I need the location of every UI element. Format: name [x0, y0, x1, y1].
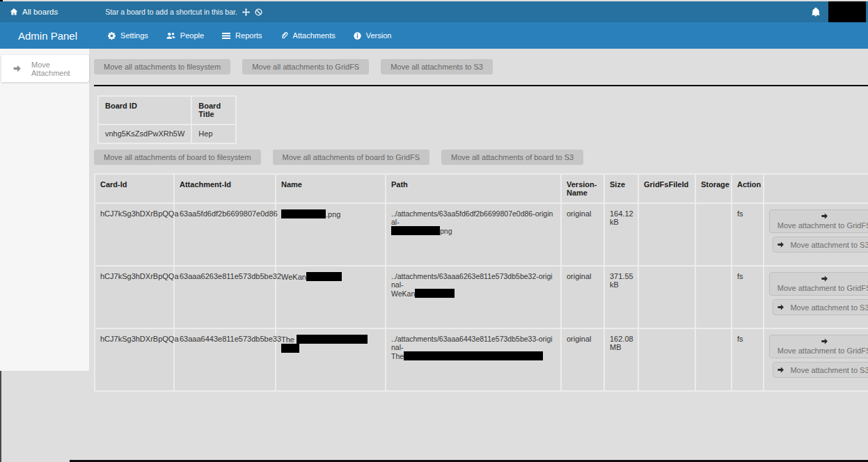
arrow-right-icon	[13, 64, 22, 73]
cell-version-name: original	[562, 204, 603, 265]
list-icon	[222, 32, 230, 40]
home-icon	[10, 8, 18, 16]
users-icon	[166, 32, 175, 40]
storage-header: Storage	[696, 175, 731, 202]
admin-menu: Settings People Reports Attachments Vers…	[108, 31, 391, 40]
menu-item-attachments[interactable]: Attachments	[281, 31, 336, 40]
menu-item-version[interactable]: Version	[354, 31, 392, 40]
button-label: Move attachment to S3	[790, 241, 868, 249]
move-all-to-filesystem-button[interactable]: Move all attachments to filesystem	[94, 59, 230, 74]
attachment-row: hCJ7kSg3hDXrBpQQa63aa5fd6df2b6699807e0d8…	[95, 204, 868, 265]
attachment-row: hCJ7kSg3hDXrBpQQa63aaa6443e811e573db5be3…	[95, 329, 868, 390]
cell-attachment-id: 63aaa6443e811e573db5be33	[175, 329, 275, 390]
redacted-text	[415, 289, 455, 298]
cell-storage	[696, 329, 731, 390]
paperclip-icon	[281, 31, 288, 40]
all-boards-label: All boards	[22, 8, 58, 16]
arrow-right-icon	[821, 337, 828, 345]
attachments-header-row: Card-Id Attachment-Id Name Path Version-…	[95, 175, 868, 202]
version-name-header: Version-Name	[562, 175, 603, 202]
shortcut-hint-text: Star a board to add a shortcut in this b…	[105, 8, 237, 16]
gridfsfileid-header: GridFsFileId	[639, 175, 695, 202]
move-board-to-s3-button[interactable]: Move all attachments of board to S3	[441, 150, 583, 165]
path-header: Path	[386, 175, 560, 202]
move-board-to-gridfs-button[interactable]: Move all attachments of board to GridFS	[273, 150, 429, 165]
global-toolbar: Move all attachments to filesystem Move …	[94, 59, 868, 74]
redacted-text	[297, 335, 368, 344]
menu-item-people[interactable]: People	[166, 31, 204, 40]
attachment-row: hCJ7kSg3hDXrBpQQa63aaa6263e811e573db5be3…	[95, 266, 868, 328]
divider	[94, 85, 868, 86]
cell-card-id: hCJ7kSg3hDXrBpQQa	[95, 266, 173, 328]
move-icon[interactable]	[242, 8, 250, 16]
arrow-right-icon	[777, 303, 784, 311]
cell-path: ../attachments/63aaa6263e811e573db5be32-…	[386, 266, 560, 328]
board-id-cell: vnhg5KsZsdPwXRh5W	[99, 125, 191, 143]
sidebar-item-label: Move Attachment	[31, 61, 89, 77]
gear-icon	[108, 32, 116, 40]
sidebar: Move Attachment	[0, 49, 89, 371]
menu-label: People	[180, 31, 204, 40]
move-attachment-to-gridfs-button[interactable]: Move attachment to GridFS	[769, 335, 868, 358]
all-boards-link[interactable]: All boards	[0, 8, 66, 16]
info-icon	[354, 32, 361, 40]
redacted-text	[391, 226, 440, 235]
cell-size: 162.08 MB	[605, 329, 638, 390]
board-toolbar: Move all attachments of board to filesys…	[94, 150, 868, 165]
admin-header: Admin Panel Settings People Reports Atta…	[0, 22, 868, 49]
cell-gridfsfileid	[639, 329, 695, 390]
board-row: vnhg5KsZsdPwXRh5W Hep	[99, 125, 235, 143]
cell-version-name: original	[562, 266, 603, 328]
card-id-header: Card-Id	[95, 175, 173, 202]
sidebar-item-move-attachment[interactable]: Move Attachment	[1, 55, 89, 82]
cell-name: WeKan	[276, 266, 385, 328]
move-attachment-to-s3-button[interactable]: Move attachment to S3	[773, 362, 868, 378]
move-attachment-to-s3-button[interactable]: Move attachment to S3	[773, 237, 868, 253]
move-all-to-s3-button[interactable]: Move all attachments to S3	[381, 59, 493, 74]
action-header: Action	[732, 175, 763, 202]
ban-icon[interactable]	[255, 8, 262, 16]
menu-label: Attachments	[293, 31, 336, 40]
user-avatar-redacted[interactable]	[828, 1, 866, 22]
redacted-text	[306, 272, 342, 281]
cell-buttons: Move attachment to GridFSMove attachment…	[764, 204, 868, 265]
arrow-right-icon	[777, 241, 784, 248]
cell-size: 371.55 kB	[605, 266, 638, 328]
board-title-cell: Hep	[192, 125, 235, 143]
cell-buttons: Move attachment to GridFSMove attachment…	[764, 329, 868, 390]
arrow-right-icon	[777, 366, 784, 374]
button-label: Move attachment to GridFS	[778, 283, 868, 293]
redacted-text	[281, 209, 326, 218]
notifications-bell-icon[interactable]	[812, 8, 820, 17]
menu-item-settings[interactable]: Settings	[108, 31, 148, 40]
menu-label: Version	[366, 31, 392, 40]
menu-item-reports[interactable]: Reports	[222, 31, 262, 40]
button-label: Move attachment to GridFS	[778, 221, 868, 230]
arrow-right-icon	[821, 212, 828, 220]
cell-gridfsfileid	[639, 266, 695, 328]
move-board-to-filesystem-button[interactable]: Move all attachments of board to filesys…	[94, 150, 261, 165]
redacted-text	[281, 344, 299, 353]
attachments-table: Card-Id Attachment-Id Name Path Version-…	[94, 173, 868, 392]
attachment-id-header: Attachment-Id	[175, 175, 275, 202]
cell-path: ../attachments/63aaa6443e811e573db5be33-…	[386, 329, 560, 390]
move-attachment-to-gridfs-button[interactable]: Move attachment to GridFS	[769, 272, 868, 296]
move-attachment-to-s3-button[interactable]: Move attachment to S3	[773, 299, 868, 315]
board-table: Board ID Board Title vnhg5KsZsdPwXRh5W H…	[97, 95, 237, 144]
shortcut-hint: Star a board to add a shortcut in this b…	[105, 8, 262, 16]
cell-size: 164.12 kB	[605, 204, 638, 265]
arrow-right-icon	[821, 275, 828, 282]
cell-storage	[696, 266, 731, 328]
menu-label: Reports	[235, 31, 262, 40]
button-label: Move attachment to S3	[790, 366, 868, 374]
cell-path: ../attachments/63aa5fd6df2b6699807e0d86-…	[386, 204, 560, 265]
move-attachment-to-gridfs-button[interactable]: Move attachment to GridFS	[769, 209, 868, 233]
page-title: Admin Panel	[0, 30, 108, 42]
board-id-header: Board ID	[99, 97, 191, 124]
cell-card-id: hCJ7kSg3hDXrBpQQa	[95, 329, 173, 390]
move-all-to-gridfs-button[interactable]: Move all attachments to GridFS	[242, 59, 369, 74]
cell-name: .png	[276, 204, 385, 265]
cell-action: fs	[732, 329, 763, 390]
button-label: Move attachment to S3	[790, 303, 868, 312]
size-header: Size	[605, 175, 638, 202]
